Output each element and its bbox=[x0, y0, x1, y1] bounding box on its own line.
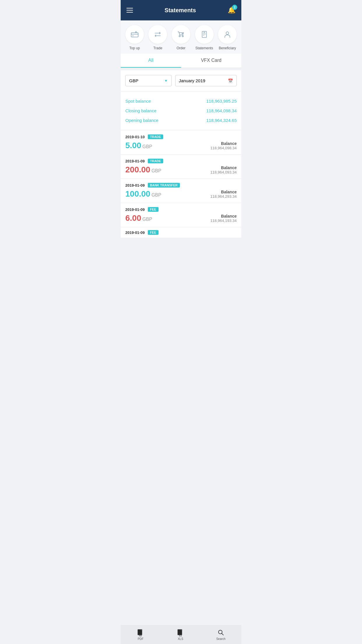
tx-type-badge: BANK TRANSFER bbox=[148, 183, 180, 188]
action-trade-label: Trade bbox=[153, 46, 162, 50]
tx-date: 2019-01-09 bbox=[125, 159, 145, 163]
closing-balance-row: Closing balance 118,964,098.34 bbox=[125, 106, 237, 116]
tx-amount: 200.00GBP bbox=[125, 165, 161, 174]
currency-value: GBP bbox=[129, 78, 138, 83]
action-order[interactable]: Order bbox=[172, 25, 190, 50]
tx-amount: 5.00GBP bbox=[125, 141, 152, 150]
spot-balance-row: Spot balance 118,963,985.25 bbox=[125, 96, 237, 106]
tx-date: 2019-01-09 bbox=[125, 230, 145, 235]
date-picker[interactable]: January 2019 📅 bbox=[175, 75, 237, 86]
closing-balance-label: Closing balance bbox=[125, 108, 157, 113]
tx-balance-value: 118,964,093.34 bbox=[210, 170, 237, 174]
tx-date: 2019-01-10 bbox=[125, 135, 145, 139]
balances-section: Spot balance 118,963,985.25 Closing bala… bbox=[121, 92, 241, 130]
tx-balance-label: Balance bbox=[210, 214, 237, 218]
action-order-label: Order bbox=[177, 46, 186, 50]
tx-balance-label: Balance bbox=[210, 165, 237, 170]
svg-point-12 bbox=[226, 32, 229, 34]
action-top-up[interactable]: Top up bbox=[125, 25, 144, 50]
tx-date: 2019-01-09 bbox=[125, 207, 145, 212]
tx-date: 2019-01-09 bbox=[125, 183, 145, 188]
quick-actions-bar: Top up Trade Order bbox=[121, 20, 241, 54]
svg-rect-0 bbox=[131, 33, 138, 37]
transaction-item[interactable]: 2019-01-09 TRADE 200.00GBP Balance 118,9… bbox=[121, 155, 241, 179]
action-beneficiary[interactable]: Beneficiary bbox=[218, 25, 237, 50]
opening-balance-value: 118,964,324.65 bbox=[206, 118, 237, 123]
transaction-item-partial[interactable]: 2019-01-09 FEE bbox=[121, 227, 241, 238]
tab-vfx-card[interactable]: VFX Card bbox=[181, 54, 241, 68]
transactions-list: 2019-01-10 TRADE 5.00GBP Balance 118,964… bbox=[121, 130, 241, 238]
action-statements-label: Statements bbox=[195, 46, 213, 50]
tx-balance-label: Balance bbox=[210, 141, 237, 146]
svg-point-2 bbox=[132, 35, 133, 36]
svg-point-3 bbox=[179, 36, 180, 37]
action-beneficiary-label: Beneficiary bbox=[219, 46, 236, 50]
filters-row: GBP ▼ January 2019 📅 bbox=[121, 70, 241, 91]
tx-amount: 6.00GBP bbox=[125, 214, 152, 223]
notification-badge: 2 bbox=[232, 5, 237, 10]
tx-balance-label: Balance bbox=[210, 190, 237, 194]
tx-balance-value: 118,964,098.34 bbox=[210, 146, 237, 150]
action-top-up-label: Top up bbox=[129, 46, 140, 50]
tx-type-badge: FEE bbox=[148, 230, 159, 235]
notification-bell[interactable]: 🔔 2 bbox=[228, 6, 236, 14]
opening-balance-label: Opening balance bbox=[125, 118, 158, 123]
transaction-item[interactable]: 2019-01-09 BANK TRANSFER 100.00GBP Balan… bbox=[121, 179, 241, 203]
tx-balance-value: 118,964,193.34 bbox=[210, 218, 237, 223]
spot-balance-value: 118,963,985.25 bbox=[206, 99, 237, 104]
currency-dropdown[interactable]: GBP ▼ bbox=[125, 75, 172, 86]
spot-balance-label: Spot balance bbox=[125, 99, 151, 104]
page-title: Statements bbox=[165, 7, 196, 14]
opening-balance-row: Opening balance 118,964,324.65 bbox=[125, 116, 237, 125]
action-statements[interactable]: $ Statements bbox=[195, 25, 214, 50]
svg-point-4 bbox=[182, 36, 184, 37]
tab-all[interactable]: All bbox=[121, 54, 181, 68]
tx-balance-value: 118,964,293.34 bbox=[210, 194, 237, 199]
transaction-item[interactable]: 2019-01-10 TRADE 5.00GBP Balance 118,964… bbox=[121, 130, 241, 155]
action-trade[interactable]: Trade bbox=[148, 25, 167, 50]
tx-type-badge: FEE bbox=[148, 207, 159, 212]
calendar-icon: 📅 bbox=[228, 78, 233, 83]
menu-button[interactable] bbox=[126, 8, 133, 13]
chevron-down-icon: ▼ bbox=[164, 79, 168, 83]
tx-amount: 100.00GBP bbox=[125, 189, 161, 199]
transaction-item[interactable]: 2019-01-09 FEE 6.00GBP Balance 118,964,1… bbox=[121, 203, 241, 227]
closing-balance-value: 118,964,098.34 bbox=[206, 108, 237, 113]
main-tabs: All VFX Card bbox=[121, 54, 241, 68]
date-value: January 2019 bbox=[179, 78, 205, 83]
app-header: Statements 🔔 2 bbox=[121, 0, 241, 20]
tx-type-badge: TRADE bbox=[148, 159, 164, 163]
tx-type-badge: TRADE bbox=[148, 134, 164, 139]
